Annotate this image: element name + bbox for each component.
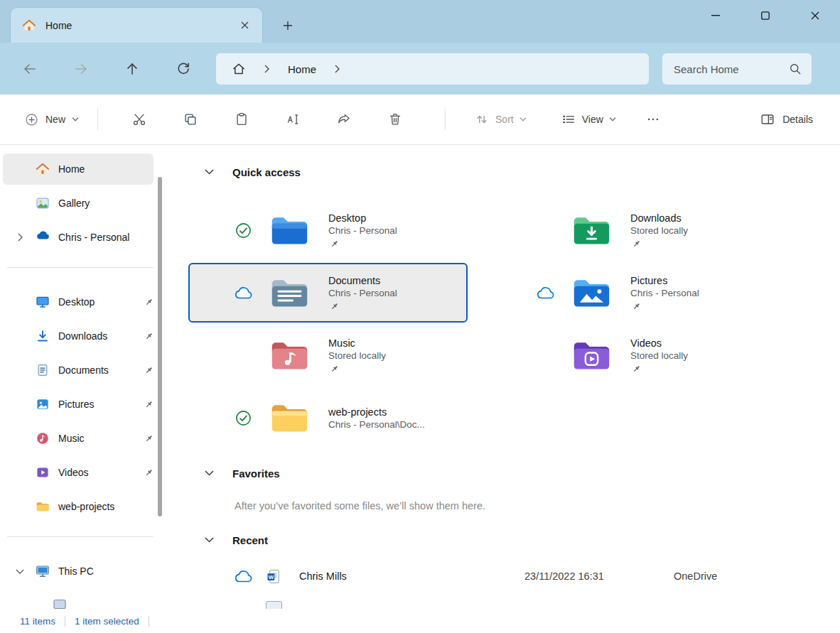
sidebar-item-downloads[interactable]: Downloads: [3, 320, 154, 352]
item-name: web-projects: [328, 406, 425, 418]
item-name: Music: [328, 337, 386, 349]
maximize-button[interactable]: [741, 0, 790, 31]
search-icon[interactable]: [789, 63, 802, 75]
sidebar-item-web-projects[interactable]: web-projects: [3, 491, 154, 522]
sidebar-item-documents[interactable]: Documents: [3, 355, 154, 386]
folder-icon: [269, 401, 310, 434]
copy-button[interactable]: [175, 104, 206, 135]
refresh-button[interactable]: [169, 55, 198, 83]
pin-icon: [632, 364, 641, 374]
cut-button[interactable]: [124, 104, 155, 135]
file-item-videos[interactable]: Videos Stored locally: [490, 325, 770, 385]
tab-close-icon[interactable]: [235, 16, 254, 35]
toolbar-divider: [97, 109, 98, 130]
chevron-right-icon[interactable]: [335, 65, 340, 73]
details-icon: [760, 112, 775, 127]
sidebar-scrollbar[interactable]: [158, 177, 162, 516]
sidebar-item-gallery[interactable]: Gallery: [3, 188, 154, 219]
file-item-documents[interactable]: Documents Chris - Personal: [188, 263, 468, 323]
clipped-recent-row[interactable]: [165, 601, 840, 609]
section-favorites[interactable]: Favorites: [205, 463, 840, 483]
drive-icon: [53, 598, 67, 609]
search-input[interactable]: [674, 63, 789, 75]
clipped-sidebar-item[interactable]: [3, 590, 154, 609]
new-tab-button[interactable]: [277, 16, 298, 36]
sidebar-item-label: Gallery: [58, 198, 90, 209]
chevron-down-icon[interactable]: [13, 564, 27, 578]
word-document-icon: W: [266, 568, 282, 585]
more-icon: [646, 112, 660, 126]
documents-icon: [36, 363, 50, 377]
music-folder-icon: [269, 339, 310, 372]
sidebar-item-pictures[interactable]: Pictures: [3, 389, 154, 420]
sidebar-item-this-pc[interactable]: This PC: [3, 556, 154, 587]
paste-button[interactable]: [226, 104, 257, 135]
delete-button[interactable]: [379, 104, 411, 135]
synced-status-icon: [234, 409, 252, 427]
item-name: Pictures: [630, 275, 699, 286]
synced-status-icon: [234, 221, 252, 239]
selection-count: 1 item selected: [75, 616, 139, 627]
back-button[interactable]: [16, 55, 44, 83]
chevron-right-icon[interactable]: [13, 230, 27, 244]
pin-icon: [144, 298, 154, 307]
sort-button[interactable]: Sort: [470, 104, 531, 135]
section-quick-access[interactable]: Quick access: [205, 162, 840, 182]
navigation-pane: Home Gallery Chris - Personal: [0, 145, 165, 609]
cut-icon: [131, 112, 147, 127]
file-item-downloads[interactable]: Downloads Stored locally: [490, 200, 770, 260]
close-button[interactable]: [790, 0, 840, 31]
up-button[interactable]: [118, 55, 146, 83]
file-item-web-projects[interactable]: web-projects Chris - Personal\Doc...: [188, 388, 468, 448]
file-item-desktop[interactable]: Desktop Chris - Personal: [188, 200, 468, 260]
tab-home[interactable]: Home: [10, 7, 263, 43]
sidebar-item-desktop[interactable]: Desktop: [3, 286, 154, 318]
sidebar-item-onedrive-personal[interactable]: Chris - Personal: [3, 222, 154, 253]
sidebar-item-home[interactable]: Home: [3, 153, 154, 185]
home-icon[interactable]: [232, 62, 246, 76]
forward-button[interactable]: [67, 55, 95, 83]
music-icon: [36, 431, 50, 445]
recent-file-row[interactable]: W Chris Mills 23/11/2022 16:31 OneDrive: [165, 560, 840, 593]
copy-icon: [183, 112, 198, 127]
view-button[interactable]: View: [556, 104, 620, 135]
statusbar-divider: [149, 616, 149, 627]
sidebar-item-videos[interactable]: Videos: [3, 457, 154, 488]
sidebar-item-music[interactable]: Music: [3, 423, 154, 454]
section-title: Recent: [232, 534, 268, 546]
sidebar-item-label: Videos: [58, 467, 89, 478]
favorites-empty-message: After you’ve favorited some files, we’ll…: [235, 500, 840, 512]
details-label: Details: [782, 114, 813, 125]
pin-icon: [330, 239, 339, 249]
new-button[interactable]: New: [20, 104, 83, 135]
chevron-down-icon[interactable]: [205, 169, 214, 175]
details-button[interactable]: Details: [754, 104, 819, 135]
item-subtitle: Stored locally: [630, 225, 688, 236]
desktop-icon: [36, 295, 50, 309]
status-bar: 11 items 1 item selected: [0, 609, 840, 633]
rename-icon: [285, 112, 301, 127]
view-label: View: [582, 114, 603, 125]
share-button[interactable]: [328, 104, 360, 135]
item-subtitle: Stored locally: [328, 350, 386, 361]
section-recent[interactable]: Recent: [205, 530, 840, 550]
search-box[interactable]: [662, 53, 812, 85]
chevron-down-icon: [72, 117, 79, 121]
cloud-status-icon: [234, 283, 252, 302]
file-item-music[interactable]: Music Stored locally: [188, 325, 468, 385]
chevron-down-icon[interactable]: [205, 470, 214, 476]
breadcrumb[interactable]: Home: [216, 53, 649, 85]
chevron-right-icon[interactable]: [264, 65, 269, 73]
rename-button[interactable]: [277, 104, 308, 135]
new-label: New: [45, 114, 65, 125]
pictures-icon: [36, 397, 50, 411]
file-explorer-window: Home: [0, 0, 840, 633]
minimize-button[interactable]: [691, 0, 741, 31]
statusbar-divider: [65, 616, 65, 627]
chevron-down-icon[interactable]: [205, 537, 214, 543]
item-name: Videos: [630, 337, 688, 349]
file-item-pictures[interactable]: Pictures Chris - Personal: [490, 263, 770, 323]
home-icon: [22, 18, 36, 33]
breadcrumb-item-home[interactable]: Home: [288, 63, 316, 75]
more-options-button[interactable]: [639, 104, 667, 135]
